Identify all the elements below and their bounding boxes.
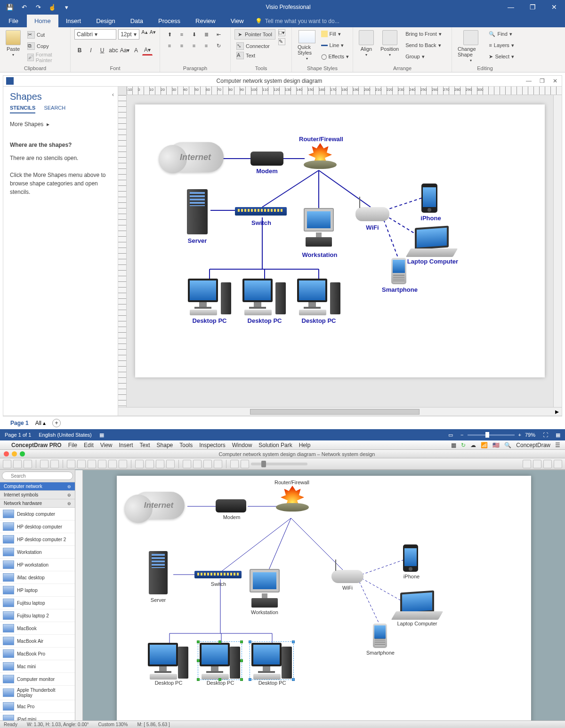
change-shape-button[interactable]: Change Shape▾ bbox=[456, 29, 486, 64]
cut-button[interactable]: ✂Cut bbox=[25, 30, 66, 40]
zoom-out-button[interactable]: − bbox=[460, 432, 463, 438]
node-desktop-3[interactable] bbox=[297, 279, 340, 316]
cd-search-input[interactable] bbox=[2, 472, 73, 480]
macro-icon[interactable]: ▦ bbox=[99, 432, 104, 438]
cd-library-shape[interactable]: MacBook Pro bbox=[0, 648, 75, 660]
find-button[interactable]: 🔍Find▾ bbox=[489, 29, 514, 39]
zoom-control[interactable]: − + 79% bbox=[460, 432, 535, 438]
traffic-min[interactable] bbox=[12, 451, 17, 456]
doc-restore-button[interactable]: ❐ bbox=[535, 78, 549, 84]
cd-tool-ext4[interactable] bbox=[554, 460, 562, 468]
cd-tool-save[interactable] bbox=[24, 460, 32, 468]
canvas-scroll[interactable]: Internet Modem Router/Firewall Switch Se… bbox=[127, 95, 553, 407]
fill-button[interactable]: Fill▾ bbox=[321, 29, 349, 39]
node-iphone[interactable] bbox=[421, 184, 437, 213]
cd-node-iphone[interactable] bbox=[403, 544, 418, 572]
qat-more-icon[interactable]: ▾ bbox=[61, 2, 72, 12]
cd-tool-undo[interactable] bbox=[40, 460, 48, 468]
cd-node-wifi[interactable] bbox=[331, 570, 363, 583]
minimize-button[interactable]: — bbox=[500, 0, 522, 14]
tab-review[interactable]: Review bbox=[188, 15, 223, 27]
font-color-button[interactable]: A▾ bbox=[142, 45, 153, 56]
cd-library-shape[interactable]: MacBook bbox=[0, 622, 75, 635]
collapse-panel-button[interactable]: ‹ bbox=[112, 91, 114, 98]
menu-help[interactable]: Help bbox=[299, 442, 311, 448]
menubar-wifi-icon[interactable]: 📶 bbox=[481, 442, 488, 448]
connector-button[interactable]: ⤡Connector bbox=[234, 41, 275, 51]
tab-view[interactable]: View bbox=[223, 15, 251, 27]
zoom-level[interactable]: 79% bbox=[525, 432, 535, 438]
app-menu[interactable]: ConceptDraw PRO bbox=[11, 442, 62, 448]
node-server[interactable] bbox=[187, 189, 208, 234]
menu-file[interactable]: File bbox=[68, 442, 77, 448]
cd-tool-text[interactable] bbox=[119, 460, 127, 468]
justify-button[interactable]: ≡ bbox=[201, 40, 212, 51]
menu-insert[interactable]: Insert bbox=[119, 442, 133, 448]
cd-tool-align3[interactable] bbox=[203, 460, 212, 468]
language-indicator[interactable]: English (United States) bbox=[39, 432, 92, 438]
cd-tool-conn1[interactable] bbox=[135, 460, 144, 468]
bullets-button[interactable]: ≣ bbox=[201, 29, 212, 40]
menubar-list-icon[interactable]: ☰ bbox=[555, 442, 560, 448]
align-right-button[interactable]: ≡ bbox=[188, 40, 200, 51]
rectangle-tool-button[interactable]: □▾ bbox=[278, 29, 285, 36]
cd-page-canvas[interactable]: Internet Modem Router/Firewall Switch Se… bbox=[117, 476, 531, 720]
presentation-mode-button[interactable]: ▭ bbox=[448, 432, 453, 438]
cd-category-item[interactable]: Network hardware⊖ bbox=[0, 499, 75, 508]
node-workstation[interactable] bbox=[300, 208, 338, 250]
ruler-horizontal[interactable]: -100102030405060708090100110120130140150… bbox=[127, 87, 562, 95]
more-shapes-button[interactable]: More Shapes ▸ bbox=[3, 117, 118, 131]
cd-tool-align2[interactable] bbox=[193, 460, 202, 468]
cd-tool-ext3[interactable] bbox=[543, 460, 552, 468]
layers-button[interactable]: ≡Layers▾ bbox=[489, 40, 514, 50]
menubar-search-icon[interactable]: 🔍 bbox=[504, 442, 511, 448]
cd-node-modem[interactable] bbox=[216, 499, 246, 512]
cd-tool-ext2[interactable] bbox=[533, 460, 541, 468]
tab-insert[interactable]: Insert bbox=[58, 15, 89, 27]
menu-window[interactable]: Window bbox=[232, 442, 252, 448]
cd-library-shape[interactable]: HP workstation bbox=[0, 559, 75, 571]
indent-dec-button[interactable]: ⇤ bbox=[213, 29, 224, 40]
menu-inspectors[interactable]: Inspectors bbox=[199, 442, 225, 448]
tab-data[interactable]: Data bbox=[123, 15, 151, 27]
cd-tool-conn3[interactable] bbox=[156, 460, 164, 468]
cd-tool-conn4[interactable] bbox=[166, 460, 175, 468]
shrink-font-button[interactable]: A▾ bbox=[150, 29, 156, 40]
cd-tool-line[interactable] bbox=[98, 460, 106, 468]
node-smartphone[interactable] bbox=[391, 258, 406, 284]
doc-minimize-button[interactable]: — bbox=[522, 78, 535, 84]
paste-button[interactable]: Paste▾ bbox=[4, 29, 23, 58]
menubar-grid-icon[interactable]: ▦ bbox=[451, 442, 456, 448]
cd-node-switch[interactable] bbox=[194, 571, 242, 578]
scrollbar-horizontal[interactable]: ▸ bbox=[118, 407, 562, 416]
node-router[interactable] bbox=[304, 143, 337, 169]
fit-page-button[interactable]: ⛶ bbox=[543, 432, 548, 438]
cd-tool-align1[interactable] bbox=[183, 460, 191, 468]
cd-tool-ellipse[interactable] bbox=[88, 460, 96, 468]
cd-tool-ext1[interactable] bbox=[523, 460, 531, 468]
cd-library-shape[interactable]: iPad mini bbox=[0, 713, 75, 720]
cd-status-zoom[interactable]: Custom 130% bbox=[98, 722, 128, 727]
highlight-button[interactable]: A bbox=[131, 45, 141, 56]
align-bot-button[interactable]: ⬇ bbox=[188, 29, 200, 40]
page-tab-1[interactable]: Page 1 bbox=[10, 420, 29, 426]
traffic-max[interactable] bbox=[20, 451, 25, 456]
menubar-sync-icon[interactable]: ↻ bbox=[461, 442, 466, 448]
close-button[interactable]: ✕ bbox=[543, 0, 565, 14]
align-mid-button[interactable]: ≡ bbox=[176, 29, 187, 40]
cd-node-router[interactable] bbox=[276, 487, 307, 512]
touch-mode-icon[interactable]: ☝ bbox=[47, 2, 57, 12]
cd-library-shape[interactable]: Mac Pro bbox=[0, 700, 75, 713]
tab-process[interactable]: Process bbox=[151, 15, 188, 27]
cd-tool-rect[interactable] bbox=[77, 460, 86, 468]
cd-tool-zoomout[interactable] bbox=[230, 460, 239, 468]
zoom-in-button[interactable]: + bbox=[518, 432, 521, 438]
save-icon[interactable]: 💾 bbox=[5, 2, 15, 12]
underline-button[interactable]: U bbox=[97, 45, 107, 56]
effects-button[interactable]: ◯Effects▾ bbox=[321, 52, 349, 61]
cd-library-shape[interactable]: Workstation bbox=[0, 546, 75, 559]
ruler-vertical[interactable] bbox=[118, 95, 127, 407]
cd-tool-pointer[interactable] bbox=[67, 460, 75, 468]
line-button[interactable]: Line▾ bbox=[321, 40, 349, 50]
cd-zoom-slider[interactable] bbox=[251, 463, 307, 465]
